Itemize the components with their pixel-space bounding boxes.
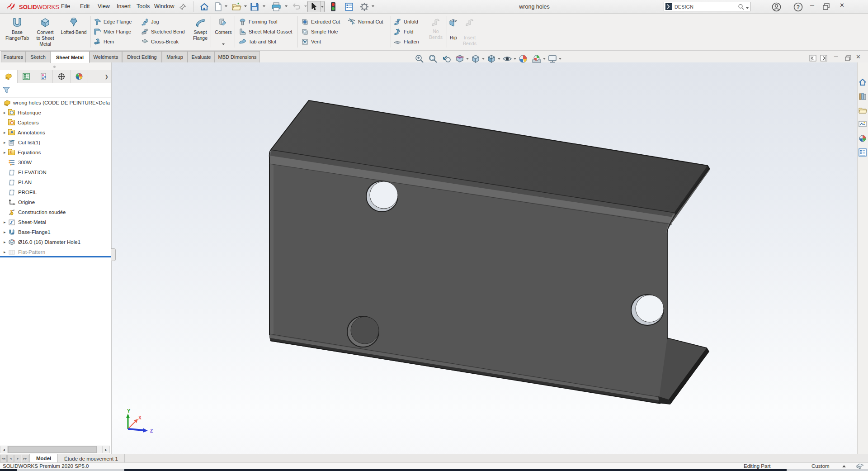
expand-arrow[interactable]: ▸ bbox=[4, 130, 8, 135]
tree-item-elevation-plane[interactable]: ELEVATION bbox=[0, 167, 111, 177]
save-caret[interactable] bbox=[263, 5, 265, 7]
tree-item-historique[interactable]: ▸ Historique bbox=[0, 108, 111, 118]
new-document-button[interactable] bbox=[213, 2, 223, 12]
print-caret[interactable] bbox=[285, 5, 288, 7]
tree-item-material[interactable]: 300W bbox=[0, 157, 111, 167]
help-icon[interactable]: ? bbox=[793, 2, 803, 12]
vent-button[interactable]: Vent bbox=[301, 37, 321, 46]
status-tag-icon[interactable] bbox=[856, 463, 864, 469]
panel-top-splitter[interactable] bbox=[0, 62, 111, 70]
tab-evaluate[interactable]: Evaluate bbox=[188, 51, 215, 62]
panel-splitter-handle[interactable] bbox=[111, 248, 116, 261]
print-button[interactable] bbox=[271, 2, 281, 12]
open-button[interactable] bbox=[231, 2, 241, 12]
user-account-icon[interactable] bbox=[772, 2, 781, 12]
tree-item-profil-plane[interactable]: PROFIL bbox=[0, 187, 111, 197]
part-hole-bottom[interactable] bbox=[347, 316, 379, 347]
menu-view[interactable]: View bbox=[98, 3, 110, 10]
expand-arrow[interactable]: ▸ bbox=[4, 230, 8, 234]
rip-button[interactable]: Rip bbox=[445, 17, 462, 53]
tree-item-sheet-metal[interactable]: ▸ Sheet-Metal bbox=[0, 217, 111, 227]
expand-arrow[interactable]: ▸ bbox=[4, 240, 8, 244]
part-bottom-flange-face[interactable] bbox=[659, 338, 707, 400]
scroll-left-button[interactable]: ◂ bbox=[0, 446, 8, 453]
options-list-icon[interactable] bbox=[344, 2, 354, 12]
tree-item-flat-pattern[interactable]: ▸ Flat-Pattern bbox=[0, 247, 111, 257]
undo-caret[interactable] bbox=[304, 5, 307, 7]
taskpane-view-palette-icon[interactable] bbox=[858, 119, 867, 129]
sheet-metal-gusset-button[interactable]: Sheet Metal Gusset bbox=[239, 27, 292, 36]
doc-minimize-button[interactable]: – bbox=[834, 52, 838, 60]
panel-expand-chevron[interactable]: ❯ bbox=[105, 74, 108, 79]
tree-item-construction-soudee[interactable]: Construction soudée bbox=[0, 207, 111, 217]
open-caret[interactable] bbox=[244, 5, 247, 7]
display-style-button[interactable] bbox=[486, 54, 496, 64]
forming-tool-button[interactable]: Forming Tool bbox=[239, 17, 277, 26]
tree-item-part[interactable]: wrong holes (CODE DE PEINTURE<Defa bbox=[0, 98, 111, 108]
cross-break-button[interactable]: Cross-Break bbox=[141, 37, 179, 46]
tab-property-manager[interactable] bbox=[18, 70, 35, 83]
settings-gear-icon[interactable] bbox=[359, 2, 369, 12]
tree-item-annotations[interactable]: ▸ A Annotations bbox=[0, 128, 111, 138]
swept-flange-button[interactable]: SweptFlange bbox=[189, 14, 212, 50]
apply-scene-caret[interactable] bbox=[543, 58, 546, 60]
tab-mbd-dimensions[interactable]: MBD Dimensions bbox=[215, 51, 260, 62]
tab-display-manager[interactable] bbox=[71, 70, 88, 83]
hem-button[interactable]: Hem bbox=[94, 37, 114, 46]
status-config[interactable]: Custom bbox=[811, 463, 830, 469]
collapse-left-pane-button[interactable] bbox=[809, 55, 816, 62]
pin-icon[interactable] bbox=[179, 4, 186, 10]
traffic-light-icon[interactable] bbox=[330, 2, 337, 12]
extruded-cut-button[interactable]: Extruded Cut bbox=[301, 17, 340, 26]
lofted-bend-button[interactable]: Lofted-Bend bbox=[59, 14, 89, 50]
normal-cut-button[interactable]: Normal Cut bbox=[347, 17, 383, 26]
view-orientation-caret[interactable] bbox=[482, 58, 485, 60]
scrollbar-thumb[interactable] bbox=[8, 446, 97, 453]
section-view-caret[interactable] bbox=[466, 58, 469, 60]
restore-button[interactable] bbox=[823, 3, 830, 10]
edit-appearance-button[interactable] bbox=[518, 54, 528, 64]
select-caret[interactable] bbox=[321, 6, 324, 8]
tree-item-origine[interactable]: Origine bbox=[0, 197, 111, 207]
hide-show-items-button[interactable] bbox=[502, 54, 512, 64]
convert-to-sheet-metal-button[interactable]: Convertto SheetMetal bbox=[32, 14, 59, 50]
jog-button[interactable]: Jog bbox=[141, 17, 159, 26]
graphics-viewport[interactable]: Y X Z bbox=[112, 62, 857, 454]
save-button[interactable] bbox=[250, 2, 259, 12]
taskpane-design-library-icon[interactable] bbox=[858, 91, 867, 101]
home-button[interactable] bbox=[199, 2, 209, 12]
corners-button[interactable]: Corners bbox=[212, 14, 234, 50]
scroll-right-button[interactable]: ▸ bbox=[102, 446, 109, 453]
taskpane-appearances-icon[interactable] bbox=[858, 133, 867, 143]
tab-and-slot-button[interactable]: Tab and Slot bbox=[239, 37, 276, 46]
expand-arrow[interactable]: ▸ bbox=[4, 150, 8, 155]
tab-weldments[interactable]: Weldments bbox=[90, 51, 122, 62]
model-tab[interactable]: Model bbox=[29, 454, 58, 463]
doc-close-button[interactable]: ✕ bbox=[856, 53, 861, 60]
tab-markup[interactable]: Markup bbox=[162, 51, 188, 62]
new-document-caret[interactable] bbox=[225, 5, 227, 7]
settings-caret[interactable] bbox=[372, 5, 374, 7]
part-hole-top[interactable] bbox=[366, 181, 398, 212]
hide-show-caret[interactable] bbox=[514, 58, 516, 60]
expand-arrow[interactable]: ▸ bbox=[4, 140, 8, 145]
panel-horizontal-scrollbar[interactable]: ◂ ▸ bbox=[0, 446, 110, 453]
close-button[interactable]: ✕ bbox=[840, 2, 844, 9]
tree-item-plan-plane[interactable]: PLAN bbox=[0, 177, 111, 187]
display-style-caret[interactable] bbox=[498, 58, 500, 60]
tab-features[interactable]: Features bbox=[1, 51, 26, 62]
menu-tools[interactable]: Tools bbox=[137, 3, 150, 10]
tab-feature-manager[interactable] bbox=[0, 70, 18, 83]
section-view-button[interactable] bbox=[455, 54, 465, 64]
expand-arrow[interactable]: ▸ bbox=[4, 250, 8, 254]
rollback-bar[interactable] bbox=[0, 256, 111, 257]
view-orientation-button[interactable] bbox=[471, 54, 481, 64]
config-up-arrow[interactable] bbox=[842, 465, 846, 467]
search-icon[interactable] bbox=[738, 4, 744, 10]
nav-next-button[interactable]: ▸ bbox=[14, 455, 21, 462]
nav-first-button[interactable]: ◂◂ bbox=[0, 455, 7, 462]
base-flange-button[interactable]: BaseFlange/Tab bbox=[4, 14, 31, 50]
select-tool-group[interactable] bbox=[307, 1, 325, 12]
unfold-button[interactable]: Unfold bbox=[394, 17, 418, 26]
miter-flange-button[interactable]: Miter Flange bbox=[94, 27, 131, 36]
